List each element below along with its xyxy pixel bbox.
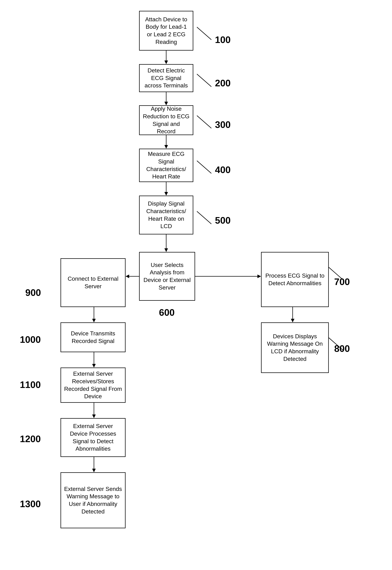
box-1100: External Server Receives/Stores Recorded…	[60, 368, 126, 403]
box-900-text: Connect to External Server	[64, 275, 122, 290]
box-200-text: Detect Electric ECG Signal across Termin…	[142, 67, 190, 89]
label-1100: 1100	[20, 379, 41, 390]
box-1300: External Server Sends Warning Message to…	[60, 472, 126, 528]
svg-marker-15	[291, 319, 294, 322]
svg-marker-9	[164, 248, 168, 252]
svg-marker-17	[92, 319, 96, 322]
box-800: Devices Displays Warning Message On LCD …	[261, 322, 329, 373]
box-1000: Device Transmits Recorded Signal	[60, 322, 126, 352]
svg-marker-7	[164, 192, 168, 195]
box-1300-text: External Server Sends Warning Message to…	[64, 485, 122, 515]
box-500-text: Display Signal Characteristics/ Heart Ra…	[142, 200, 190, 230]
svg-marker-19	[92, 364, 96, 368]
svg-line-24	[197, 27, 211, 40]
label-200: 200	[215, 78, 231, 88]
flowchart-diagram: Attach Device to Body for Lead-1 or Lead…	[0, 0, 392, 570]
label-1000: 1000	[20, 334, 41, 345]
svg-line-25	[197, 74, 211, 87]
svg-marker-13	[257, 275, 261, 278]
box-900: Connect to External Server	[60, 258, 126, 307]
svg-marker-3	[164, 102, 168, 105]
box-300-text: Apply Noise Reduction to ECG Signal and …	[142, 105, 190, 135]
label-700: 700	[334, 276, 350, 287]
svg-line-27	[197, 161, 211, 173]
box-1200: External Server Device Processes Signal …	[60, 418, 126, 457]
svg-marker-23	[92, 469, 96, 472]
svg-marker-1	[164, 60, 168, 64]
box-400: Measure ECG Signal Characteristics/ Hear…	[139, 149, 193, 182]
svg-marker-11	[126, 275, 129, 278]
label-400: 400	[215, 164, 231, 175]
label-1300: 1300	[20, 499, 41, 509]
label-900: 900	[25, 287, 41, 298]
box-200: Detect Electric ECG Signal across Termin…	[139, 64, 193, 92]
label-100: 100	[215, 34, 231, 45]
label-600: 600	[159, 307, 175, 318]
svg-marker-5	[164, 145, 168, 149]
box-600-text: User Selects Analysis from Device or Ext…	[142, 261, 192, 291]
svg-marker-21	[92, 415, 96, 418]
box-600: User Selects Analysis from Device or Ext…	[139, 252, 195, 301]
box-300: Apply Noise Reduction to ECG Signal and …	[139, 105, 193, 135]
box-1200-text: External Server Device Processes Signal …	[64, 422, 122, 452]
label-1200: 1200	[20, 433, 41, 444]
box-1000-text: Device Transmits Recorded Signal	[64, 330, 122, 345]
box-500: Display Signal Characteristics/ Heart Ra…	[139, 195, 193, 235]
box-700: Process ECG Signal to Detect Abnormaliti…	[261, 252, 329, 307]
svg-line-28	[197, 211, 211, 224]
box-100: Attach Device to Body for Lead-1 or Lead…	[139, 11, 193, 51]
box-800-text: Devices Displays Warning Message On LCD …	[265, 333, 325, 363]
svg-line-26	[197, 116, 211, 128]
label-800: 800	[334, 343, 350, 354]
box-700-text: Process ECG Signal to Detect Abnormaliti…	[265, 272, 325, 287]
box-100-text: Attach Device to Body for Lead-1 or Lead…	[142, 16, 190, 46]
label-300: 300	[215, 119, 231, 130]
box-1100-text: External Server Receives/Stores Recorded…	[64, 370, 122, 400]
label-500: 500	[215, 215, 231, 226]
box-400-text: Measure ECG Signal Characteristics/ Hear…	[142, 150, 190, 180]
